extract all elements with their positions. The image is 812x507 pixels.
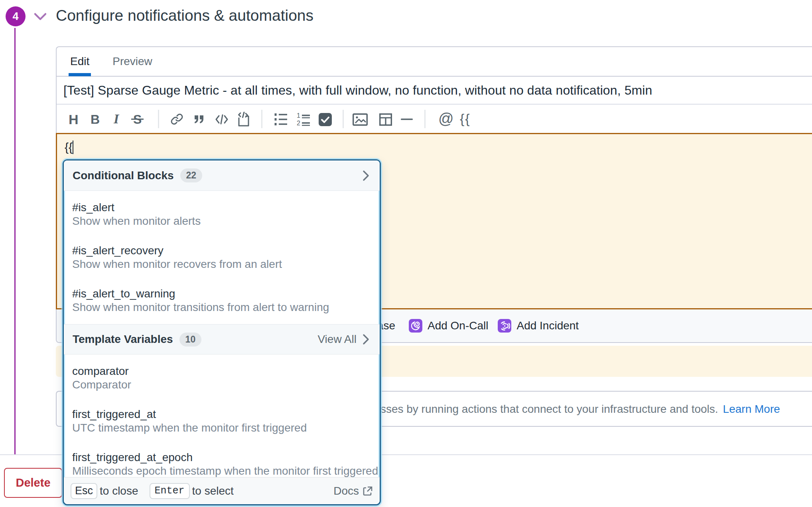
svg-text:2: 2 [297, 120, 300, 126]
svg-text:1: 1 [297, 113, 300, 119]
